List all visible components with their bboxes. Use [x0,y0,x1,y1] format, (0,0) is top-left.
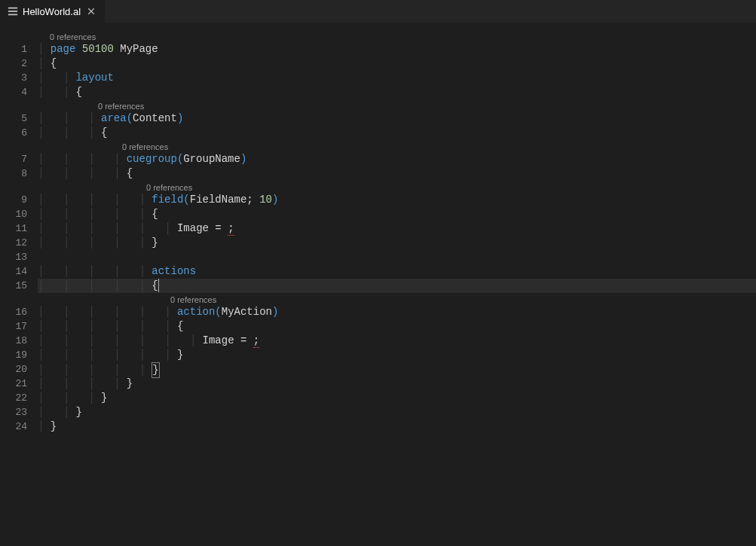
codelens-references[interactable]: 0 references [38,293,756,305]
line-number: 8 [0,166,27,181]
codelens-references[interactable]: 0 references [38,30,756,42]
line-number: 24 [0,419,27,434]
line-number: 19 [0,348,27,362]
line-number: 17 [0,319,27,334]
tab-filename: HelloWorld.al [23,6,81,17]
line-number: 20 [0,362,27,377]
line-number: 3 [0,71,27,85]
line-number: 23 [0,405,27,419]
code-line: │ │ │ │ │ │ Image = ; [38,221,756,236]
code-line: │ │ │ │ │ field(FieldName; 10) [38,193,756,207]
code-line: │ │ │ │ │ │ action(MyAction) [38,305,756,319]
tab-close-button[interactable] [85,5,97,17]
code-line: │ │ │ │ │ actions [38,264,756,279]
code-line: │ │ │ │ │ } [38,236,756,250]
code-line-current: │ │ │ │ │ { [38,279,756,293]
codelens-references[interactable]: 0 references [38,181,756,193]
code-editor[interactable]: 1 2 3 4 5 6 7 8 9 10 11 12 13 14 15 16 1… [0,23,756,434]
line-number: 6 [0,126,27,140]
svg-rect-2 [8,14,17,16]
code-content[interactable]: 0 references │ page 50100 MyPage │ { │ │… [38,30,756,434]
line-number: 10 [0,207,27,221]
tab-bar: HelloWorld.al [0,0,756,23]
code-line: │ page 50100 MyPage [38,42,756,56]
code-line: │ │ │ │ │ │ { [38,319,756,334]
code-line: │ │ layout [38,71,756,85]
line-number: 1 [0,42,27,56]
code-line: │ } [38,419,756,434]
line-number: 18 [0,334,27,348]
code-line [38,250,756,264]
file-icon [8,6,18,17]
line-number-gutter: 1 2 3 4 5 6 7 8 9 10 11 12 13 14 15 16 1… [0,30,38,434]
codelens-references[interactable]: 0 references [38,140,756,152]
line-number: 22 [0,391,27,405]
code-line: │ │ │ │ } [38,377,756,391]
line-number: 4 [0,85,27,99]
line-number: 5 [0,111,27,126]
line-number: 9 [0,193,27,207]
line-number: 14 [0,264,27,279]
svg-rect-0 [8,8,17,9]
code-line: │ │ } [38,405,756,419]
code-line: │ │ │ │ cuegroup(GroupName) [38,152,756,166]
code-line: │ │ │ │ │ │ } [38,348,756,362]
svg-rect-1 [8,11,17,12]
line-number: 13 [0,250,27,264]
code-line: │ │ │ │ │ } [38,362,756,377]
code-line: │ │ │ area(Content) [38,111,756,126]
cursor [158,279,159,292]
line-number: 15 [0,279,27,293]
line-number: 2 [0,56,27,71]
line-number: 16 [0,305,27,319]
code-line: │ │ │ │ { [38,166,756,181]
code-line: │ │ │ │ │ { [38,207,756,221]
line-number: 21 [0,377,27,391]
code-line: │ │ { [38,85,756,99]
code-line: │ { [38,56,756,71]
code-line: │ │ │ { [38,126,756,140]
codelens-references[interactable]: 0 references [38,99,756,111]
line-number: 12 [0,236,27,250]
code-line: │ │ │ } [38,391,756,405]
editor-tab[interactable]: HelloWorld.al [0,0,105,23]
code-line: │ │ │ │ │ │ │ Image = ; [38,334,756,348]
line-number: 11 [0,221,27,236]
line-number: 7 [0,152,27,166]
